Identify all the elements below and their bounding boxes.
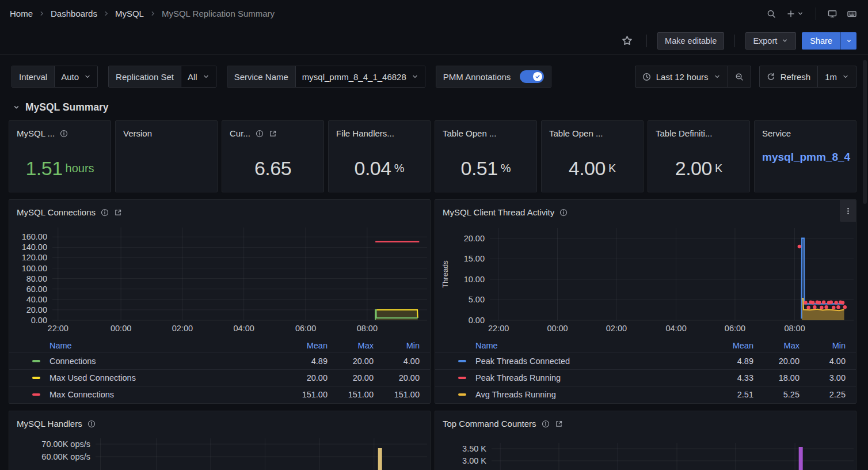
legend-series-name[interactable]: Max Connections: [32, 390, 281, 399]
legend-value: 20.00: [281, 373, 328, 382]
stat-unit: K: [715, 162, 722, 175]
legend-value: 5.25: [753, 390, 800, 399]
stat-panel: Table Open ...4.00K: [541, 120, 644, 192]
service-link[interactable]: mysql_pmm_8_4: [762, 151, 850, 164]
share-menu-caret[interactable]: [840, 32, 856, 50]
legend-value: 151.00: [374, 390, 420, 399]
legend-series-name[interactable]: Connections: [32, 357, 281, 366]
external-link-icon[interactable]: [114, 209, 122, 217]
chevron-down-icon: [714, 73, 721, 80]
scrollbar-thumb[interactable]: [863, 60, 867, 204]
divider: [816, 7, 816, 20]
stat-panel-title: Cur...: [230, 128, 250, 138]
svg-text:5.00: 5.00: [469, 295, 485, 304]
service-name-label: Service Name: [227, 66, 295, 87]
variables-bar: Interval Auto Replication Set All Servic…: [12, 66, 856, 88]
legend-series-name[interactable]: Avg Threads Running: [458, 390, 707, 399]
svg-text:0.00: 0.00: [31, 316, 47, 325]
panel-menu-button[interactable]: [840, 200, 856, 222]
refresh-button[interactable]: Refresh: [760, 66, 818, 87]
add-panel-button[interactable]: [783, 6, 808, 22]
thread-activity-chart[interactable]: 0.005.0010.0015.0020.0022:0000:0002:0004…: [435, 221, 856, 336]
make-editable-button[interactable]: Make editable: [657, 32, 724, 50]
top-command-counters-chart[interactable]: 3.50 K3.00 K: [435, 432, 856, 470]
stat-value: [116, 145, 217, 192]
stat-panel-title: Table Open ...: [443, 128, 496, 138]
replication-set-label: Replication Set: [109, 66, 181, 87]
legend-series-name[interactable]: Peak Threads Connected: [458, 357, 707, 366]
zoom-out-button[interactable]: [728, 66, 751, 87]
svg-text:Threads: Threads: [441, 260, 450, 288]
svg-text:40.00: 40.00: [26, 295, 47, 304]
series-label: Peak Threads Running: [475, 373, 561, 382]
stat-panel-title: Table Open ...: [549, 128, 603, 138]
legend-column-min[interactable]: Min: [800, 341, 846, 350]
time-range-picker[interactable]: Last 12 hours: [635, 66, 728, 87]
info-icon[interactable]: [87, 420, 96, 428]
info-icon[interactable]: [559, 209, 568, 217]
legend-column-mean[interactable]: Mean: [281, 341, 328, 350]
stat-number: 2.00: [675, 157, 712, 180]
legend-column-min[interactable]: Min: [374, 341, 420, 350]
legend-column-mean[interactable]: Mean: [707, 341, 753, 350]
legend-row: Peak Threads Running4.3318.003.00: [435, 369, 856, 386]
row-mysql-summary[interactable]: MySQL Summary: [13, 101, 856, 113]
external-link-icon[interactable]: [269, 130, 277, 138]
legend-series-name[interactable]: Peak Threads Running: [458, 373, 707, 382]
stat-panel-header: Service: [755, 121, 856, 142]
time-range-label: Last 12 hours: [656, 72, 709, 82]
monitor-icon[interactable]: [824, 6, 840, 22]
svg-text:08:00: 08:00: [784, 324, 805, 333]
interval-select[interactable]: Auto: [54, 66, 97, 87]
chevron-down-icon: [203, 73, 210, 80]
breadcrumb-home[interactable]: Home: [7, 7, 36, 20]
svg-text:06:00: 06:00: [725, 324, 745, 333]
panel-title: MySQL Client Thread Activity: [443, 207, 554, 217]
chevron-down-icon: [84, 73, 91, 80]
legend-column-max[interactable]: Max: [328, 341, 374, 350]
stat-unit: K: [608, 162, 616, 175]
pmm-annotations-toggle[interactable]: [520, 70, 544, 83]
svg-text:00:00: 00:00: [547, 324, 568, 333]
external-link-icon[interactable]: [555, 420, 563, 428]
legend-row: Max Used Connections20.0020.0020.00: [9, 369, 430, 386]
mysql-connections-chart[interactable]: 0.0020.0040.0060.0080.00100.00120.00140.…: [9, 221, 431, 336]
star-icon[interactable]: [618, 32, 636, 50]
info-icon[interactable]: [101, 209, 109, 217]
stat-panel: MySQL ...1.51hours: [9, 120, 111, 192]
export-button[interactable]: Export: [745, 32, 796, 50]
stat-panel-header: File Handlers...: [329, 121, 430, 142]
legend-column-max[interactable]: Max: [753, 341, 800, 350]
mysql-handlers-chart[interactable]: 70.00K ops/s60.00K ops/s: [9, 432, 431, 470]
panel-title: MySQL Handlers: [17, 419, 82, 429]
series-color-swatch: [458, 377, 466, 379]
panel-header: MySQL Handlers: [9, 411, 430, 432]
keyboard-icon[interactable]: [844, 6, 860, 22]
search-icon[interactable]: [763, 6, 779, 22]
divider: [734, 35, 735, 47]
toggle-knob: [533, 72, 542, 81]
refresh-interval-select[interactable]: 1m: [817, 66, 856, 87]
legend: NameMeanMaxMinPeak Threads Connected4.89…: [435, 338, 856, 403]
breadcrumb-mysql[interactable]: MySQL: [112, 7, 147, 20]
legend-column-name[interactable]: Name: [458, 341, 707, 350]
info-icon[interactable]: [256, 130, 264, 138]
legend-column-name[interactable]: Name: [32, 341, 281, 350]
legend-series-name[interactable]: Max Used Connections: [32, 373, 281, 382]
breadcrumb-dashboards[interactable]: Dashboards: [48, 7, 100, 20]
info-icon[interactable]: [542, 420, 550, 428]
service-name-select[interactable]: mysql_pmm_8_4_1_46828: [295, 66, 425, 87]
share-button[interactable]: Share: [802, 32, 840, 50]
series-label: Peak Threads Connected: [475, 357, 570, 366]
replication-set-select[interactable]: All: [181, 66, 216, 87]
legend-header: NameMeanMaxMin: [435, 338, 856, 352]
svg-text:60.00K ops/s: 60.00K ops/s: [41, 452, 90, 461]
svg-text:0.00: 0.00: [469, 316, 485, 325]
svg-text:06:00: 06:00: [295, 324, 316, 333]
stat-value: 4.00K: [542, 145, 643, 192]
chevron-right-icon: [102, 10, 110, 17]
stat-unit: %: [394, 162, 405, 175]
info-icon[interactable]: [60, 130, 68, 138]
service-name-variable: Service Name mysql_pmm_8_4_1_46828: [227, 66, 425, 88]
replication-set-variable: Replication Set All: [108, 66, 216, 88]
